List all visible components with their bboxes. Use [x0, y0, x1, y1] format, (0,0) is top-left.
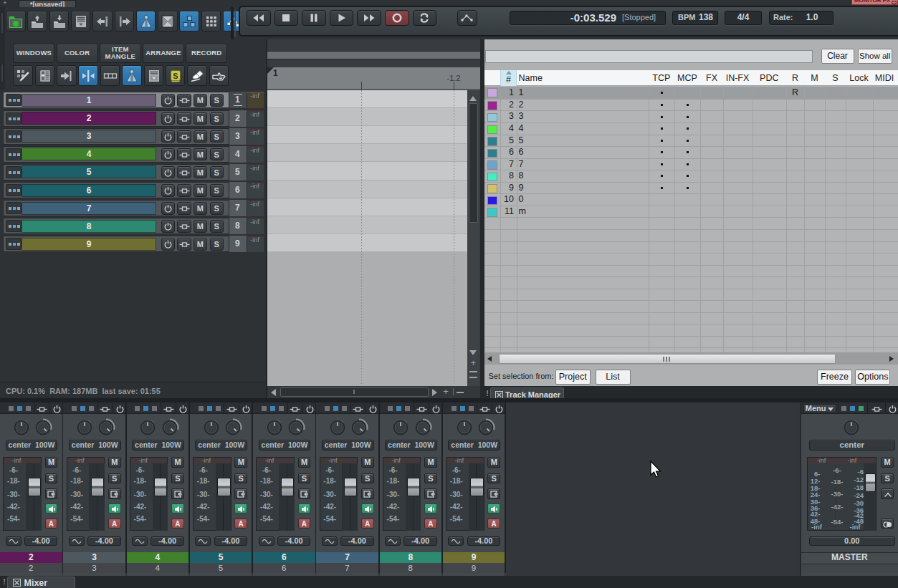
svg-text:S: S — [173, 72, 178, 80]
